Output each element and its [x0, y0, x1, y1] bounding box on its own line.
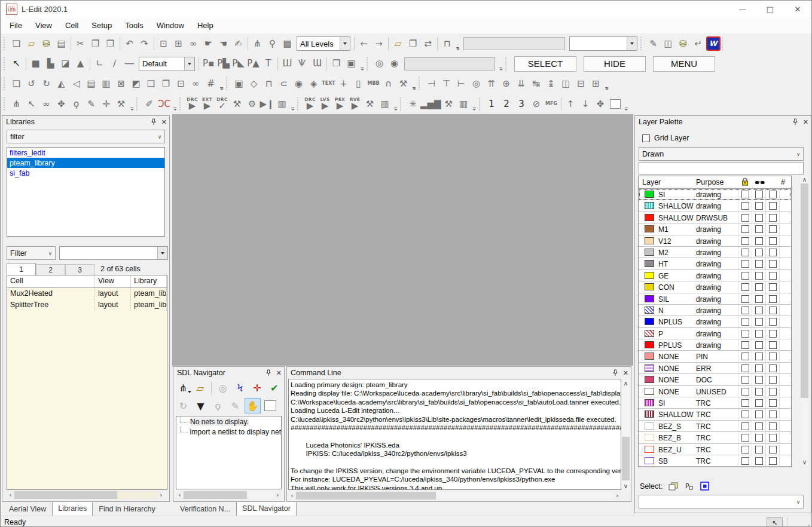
flip-vertical-button[interactable]: ◁: [69, 76, 84, 91]
ungroup-button[interactable]: ❒: [158, 76, 173, 91]
scroll-right-icon[interactable]: ›: [613, 492, 621, 500]
levels-combo[interactable]: All Levels: [297, 36, 350, 51]
layer-swatch[interactable]: [645, 330, 654, 337]
slice-horizontal-button[interactable]: ▤: [84, 76, 99, 91]
cross-net-button[interactable]: ✛: [249, 380, 265, 396]
open-netlist-button[interactable]: ▱: [193, 380, 209, 396]
layer-row-shallow-drawing[interactable]: SHALLOWdrawing: [639, 200, 791, 212]
layer-table-vscrollbar[interactable]: ∧ ∨: [801, 176, 808, 466]
find-button[interactable]: ∞: [186, 36, 201, 51]
cell-list-tab-2[interactable]: 2: [36, 264, 65, 275]
bend-button[interactable]: ⊓: [261, 76, 276, 91]
select-tool[interactable]: ↖: [9, 56, 24, 72]
toolbar-grip[interactable]: [479, 97, 483, 111]
undo-button[interactable]: ↶: [122, 36, 137, 51]
drc-check-button[interactable]: DRC✓: [215, 96, 230, 112]
verify-report-button[interactable]: ▥: [377, 96, 392, 112]
sdl-setup-button[interactable]: ⚒: [114, 96, 129, 112]
lock-checkbox[interactable]: [741, 364, 749, 372]
cell-list-tab-3[interactable]: 3: [65, 264, 94, 275]
back-button[interactable]: ←: [356, 36, 371, 51]
find-origin-button[interactable]: ◎: [372, 56, 387, 72]
goto-point-button[interactable]: ◉: [387, 56, 402, 72]
ext-run-button[interactable]: EXT▶: [200, 96, 215, 112]
toolbar-grip[interactable]: [179, 97, 183, 111]
menu-help[interactable]: Help: [191, 17, 220, 33]
tile-vertical-button[interactable]: ◫: [558, 76, 573, 91]
open-button[interactable]: ▱: [24, 36, 39, 51]
break-link-button[interactable]: ƆC: [157, 96, 172, 112]
instance-tool[interactable]: ❐: [329, 56, 344, 72]
hash-checkbox[interactable]: [769, 260, 777, 268]
toolbar-overflow-icon[interactable]: [411, 75, 417, 93]
layer-swatch[interactable]: [645, 295, 654, 302]
sdl-edit-button[interactable]: ✎: [84, 96, 99, 112]
toolbar-overflow-icon[interactable]: [172, 95, 178, 113]
scroll-left-icon[interactable]: ‹: [176, 491, 184, 499]
trace-net-button[interactable]: Ϟ: [232, 380, 248, 396]
close-icon[interactable]: ✕: [803, 118, 808, 126]
layer-swatch[interactable]: [645, 191, 654, 198]
locator-input[interactable]: [463, 37, 565, 50]
hide-checkbox[interactable]: [755, 341, 763, 349]
toolbar-grip[interactable]: [226, 77, 230, 90]
command-line-hscrollbar[interactable]: ‹ ›: [288, 492, 621, 500]
hide-checkbox[interactable]: [755, 272, 763, 280]
toolbar-grip[interactable]: [4, 57, 7, 71]
menu-tools[interactable]: Tools: [118, 17, 149, 33]
hide-checkbox[interactable]: [755, 330, 763, 338]
mfg-grid-button[interactable]: MFG: [544, 96, 559, 112]
pin-out-button[interactable]: ▯: [351, 76, 366, 91]
design-navigator-button[interactable]: ▩: [280, 36, 295, 51]
hide-button[interactable]: HIDE: [584, 56, 646, 72]
lock-checkbox[interactable]: [741, 446, 749, 454]
layer-filter-input[interactable]: [639, 162, 804, 174]
drc-run-button[interactable]: DRC▶: [185, 96, 200, 112]
toolbar-grip[interactable]: [640, 37, 644, 50]
snap-magnet-button[interactable]: ∩: [381, 76, 396, 91]
toolbar-grip[interactable]: [4, 37, 7, 50]
scroll-up-icon[interactable]: ∧: [622, 379, 630, 387]
tab-libraries[interactable]: Libraries: [52, 502, 93, 516]
fit-width-button[interactable]: ↹: [529, 76, 544, 91]
lvs-run-button[interactable]: LVS▶: [318, 96, 332, 112]
highlight-net-button[interactable]: ϙ: [210, 398, 226, 413]
layer-swatch[interactable]: [645, 446, 654, 453]
hide-checkbox[interactable]: [755, 410, 763, 418]
rve-run-button[interactable]: RVE▶: [347, 96, 362, 112]
scroll-right-icon[interactable]: ›: [157, 491, 165, 499]
hash-checkbox[interactable]: [769, 202, 777, 210]
hash-checkbox[interactable]: [769, 410, 777, 418]
find-text-button[interactable]: ✍: [231, 36, 246, 51]
drc-setup-button[interactable]: ⚒: [230, 96, 245, 112]
command-line-log[interactable]: Loading primary design: pteam_libraryRea…: [288, 379, 621, 490]
layer-row-none-pin[interactable]: NONEPIN: [639, 351, 791, 362]
layer-row-m1-drawing[interactable]: M1drawing: [639, 223, 791, 235]
hash-checkbox[interactable]: [769, 422, 777, 430]
pull-up-button[interactable]: ↑: [563, 96, 578, 112]
close-icon[interactable]: ✕: [623, 369, 628, 377]
layer-row-bez_s-trc[interactable]: BEZ_STRC: [639, 421, 791, 432]
port-45-tool[interactable]: P◣: [231, 56, 246, 72]
layer-row-v12-drawing[interactable]: V12drawing: [639, 235, 791, 247]
hide-checkbox[interactable]: [755, 249, 763, 256]
toolbar-overflow-icon[interactable]: [497, 55, 504, 73]
pan-hand-button[interactable]: ✋: [245, 398, 261, 413]
scroll-up-icon[interactable]: ∧: [801, 176, 808, 183]
lock-checkbox[interactable]: [741, 330, 749, 338]
lock-checkbox[interactable]: [741, 295, 749, 303]
layer-swatch[interactable]: [645, 434, 654, 441]
command-line-vscrollbar[interactable]: ∧ ∨: [622, 379, 630, 490]
menu-view[interactable]: View: [29, 17, 59, 33]
cell-filter-combo[interactable]: Filter∨: [7, 246, 56, 260]
hide-checkbox[interactable]: [755, 364, 763, 372]
layer-row-shallow-trc[interactable]: SHALLOWTRC: [639, 409, 791, 420]
dropdown-arrow-icon[interactable]: [627, 37, 637, 50]
layer-row-si-trc[interactable]: SITRC: [639, 397, 791, 409]
column-header-cell[interactable]: Cell: [7, 275, 95, 287]
layer-row-nplus-drawing[interactable]: NPLUSdrawing: [639, 316, 791, 327]
select-all-icon[interactable]: [700, 482, 711, 491]
find-prev-button[interactable]: ☚: [216, 36, 231, 51]
distribute-bottom-button[interactable]: ⇊: [514, 76, 529, 91]
rotate-90-button[interactable]: ↻: [39, 76, 54, 91]
